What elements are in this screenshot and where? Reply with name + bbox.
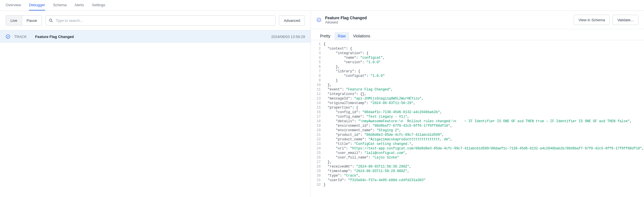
- svg-point-0: [49, 19, 52, 21]
- svg-line-1: [51, 21, 52, 22]
- view-in-schema-button[interactable]: View in Schema: [574, 15, 610, 25]
- event-row[interactable]: TRACK Feature Flag Changed 2024/06/03 13…: [0, 30, 311, 43]
- tab-schema[interactable]: Schema: [53, 0, 67, 10]
- live-button[interactable]: Live: [6, 15, 22, 26]
- nav-tabs: Overview Debugger Schema Alerts Settings: [0, 0, 644, 11]
- check-circle-icon: [6, 34, 10, 39]
- detail-status: Allowed: [325, 20, 570, 24]
- search-icon: [49, 18, 53, 23]
- detail-header: Feature Flag Changed Allowed View in Sch…: [311, 11, 644, 29]
- svg-point-2: [6, 35, 10, 38]
- event-timestamp: 2024/06/03 13:58:29: [271, 35, 305, 39]
- line-gutter: 1 2 3 4 5 6 7 8 9 10 11 12 13 14 15 16 1…: [311, 42, 323, 197]
- event-type: TRACK: [14, 35, 31, 39]
- raw-json-viewer[interactable]: 1 2 3 4 5 6 7 8 9 10 11 12 13 14 15 16 1…: [311, 40, 644, 197]
- subtab-raw[interactable]: Raw: [334, 32, 349, 40]
- tab-settings[interactable]: Settings: [92, 0, 105, 10]
- search-wrap: [45, 15, 276, 26]
- detail-subtabs: Pretty Raw Violations: [311, 29, 644, 40]
- tab-overview[interactable]: Overview: [6, 0, 21, 10]
- svg-point-3: [317, 18, 321, 22]
- subtab-pretty[interactable]: Pretty: [317, 32, 334, 40]
- event-name: Feature Flag Changed: [35, 35, 267, 39]
- event-list-pane: Live Pause Advanced TRACK Feature Flag C…: [0, 11, 311, 197]
- subtab-violations[interactable]: Violations: [350, 32, 374, 40]
- tab-alerts[interactable]: Alerts: [75, 0, 84, 10]
- detail-title: Feature Flag Changed: [325, 16, 570, 20]
- validate-button[interactable]: Validate...: [613, 15, 638, 25]
- tab-debugger[interactable]: Debugger: [29, 0, 45, 10]
- code-content: { "context": { "integration": { "name": …: [323, 42, 644, 197]
- advanced-button[interactable]: Advanced: [279, 15, 305, 26]
- pause-button[interactable]: Pause: [22, 15, 42, 26]
- detail-pane: Feature Flag Changed Allowed View in Sch…: [311, 11, 644, 197]
- live-pause-group: Live Pause: [6, 15, 42, 26]
- toolbar: Live Pause Advanced: [0, 11, 311, 30]
- search-input[interactable]: [45, 15, 276, 26]
- check-circle-icon: [317, 18, 321, 22]
